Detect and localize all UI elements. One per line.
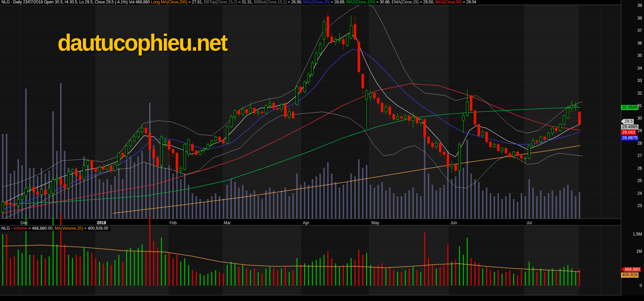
tag-value: 29.5 bbox=[623, 119, 634, 124]
price-axis-label: 38 bbox=[621, 16, 642, 21]
price-axis-label: 26 bbox=[621, 166, 642, 171]
tag-value: 29.4985 bbox=[621, 124, 639, 130]
title-segment: = 27.81, bbox=[187, 0, 204, 4]
price-value-tag: 29.4985 bbox=[621, 124, 639, 130]
tag-value: 468,880 bbox=[623, 267, 641, 272]
title-segment: Long MA(Close,200) bbox=[151, 0, 187, 4]
date-axis-label: Apr bbox=[303, 220, 309, 225]
tag-value: 400,928 bbox=[621, 273, 639, 278]
volume-title-segment: NLG - bbox=[1, 226, 13, 231]
title-segment: = 30.86, bbox=[375, 0, 392, 4]
title-segment: = 29.04 bbox=[462, 0, 476, 4]
tag-value: 28.8875 bbox=[621, 135, 639, 141]
price-axis-label: 32 bbox=[621, 91, 642, 96]
title-segment: = 31.31, bbox=[237, 0, 254, 4]
title-segment: = 26.98, bbox=[287, 0, 303, 4]
volume-pane-title: NLG - Volume = 468,880.00, MA(Volume,20)… bbox=[1, 226, 110, 231]
price-value-tag: 30.8586 bbox=[621, 105, 639, 110]
title-segment: BBBot(Close,15,2) bbox=[254, 0, 287, 4]
date-axis-label: Jul bbox=[527, 220, 532, 225]
title-segment: = 28.89, bbox=[330, 0, 346, 4]
date-axis-label: Feb bbox=[170, 220, 177, 225]
volume-title-segment: = 468,880.00, bbox=[27, 226, 54, 231]
date-axis-label: 2018 bbox=[97, 220, 106, 225]
volume-title-segment: Volume bbox=[13, 226, 27, 231]
tag-value: 30.8586 bbox=[621, 105, 639, 110]
date-axis-label: May bbox=[371, 220, 379, 225]
title-segment: EMA(Close,15) bbox=[392, 0, 419, 4]
price-axis-label: 35 bbox=[621, 53, 642, 58]
title-segment: MA2(Close,100) bbox=[346, 0, 375, 4]
price-axis-label: 24 bbox=[621, 191, 642, 196]
date-axis-label: Mar bbox=[224, 220, 231, 225]
chart-title-bar: NLG - Daily 23/07/2018 Open 30.5, Hi 30.… bbox=[1, 0, 478, 5]
price-axis-label: 34 bbox=[621, 66, 642, 71]
watermark: dautucophieu.net bbox=[58, 29, 227, 56]
title-segment: BBTop(Close,15,2) bbox=[204, 0, 237, 4]
volume-title-segment: = 400,928.00 bbox=[83, 226, 108, 231]
trading-chart-app: NLG - Daily 23/07/2018 Open 30.5, Hi 30.… bbox=[0, 0, 644, 301]
volume-value-tag: 468,880 bbox=[621, 267, 641, 272]
date-axis-label: Dec bbox=[21, 220, 28, 225]
volume-value-tag: 400,928 bbox=[621, 273, 639, 278]
title-segment: = 29.50, bbox=[419, 0, 435, 4]
price-value-tag: 28.8875 bbox=[621, 135, 639, 141]
price-axis-label: 27 bbox=[621, 153, 642, 158]
price-axis-label: 36 bbox=[621, 41, 642, 46]
price-value-tag: 29.043 bbox=[621, 130, 636, 135]
volume-axis-label: 1.5M bbox=[621, 232, 642, 237]
price-axis-label: 25 bbox=[621, 178, 642, 183]
tag-value: 29.043 bbox=[621, 130, 636, 135]
title-segment: MA3(Close,50) bbox=[435, 0, 462, 4]
price-axis-label: 39 bbox=[621, 3, 642, 8]
price-value-tag: 29.5 bbox=[621, 119, 634, 124]
price-axis-label: 28 bbox=[621, 141, 642, 146]
tag-arrow-icon bbox=[621, 267, 623, 272]
price-axis-label: 23 bbox=[621, 203, 642, 208]
title-segment: NLG - Daily 23/07/2018 Open 30.5, Hi 30.… bbox=[1, 0, 151, 4]
volume-title-segment: MA(Volume,20) bbox=[55, 226, 83, 231]
date-axis-label: Jun bbox=[450, 220, 457, 225]
volume-axis-label: 1M bbox=[621, 249, 642, 254]
title-segment: MA1(Close,20) bbox=[303, 0, 330, 4]
price-axis-label: 33 bbox=[621, 78, 642, 83]
tag-arrow-icon bbox=[621, 119, 623, 124]
price-axis-label: 37 bbox=[621, 28, 642, 33]
volume-axis-label: 0 bbox=[621, 283, 642, 288]
